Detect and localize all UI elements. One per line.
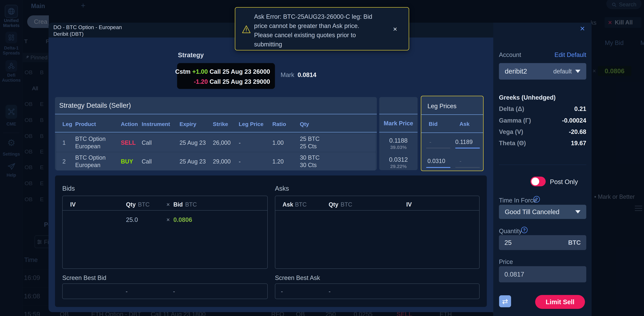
divider bbox=[421, 132, 483, 133]
rfq-order-modal: DO - BTC Option - European Deribit (DBT)… bbox=[48, 23, 493, 312]
asks-qty-ccy: BTC bbox=[340, 201, 352, 208]
screen-best-ask-qty: - bbox=[329, 288, 330, 295]
modal-title: DO - BTC Option - European bbox=[53, 24, 122, 30]
divider bbox=[55, 132, 377, 132]
bids-qty-header: Qty bbox=[126, 201, 136, 208]
chevron-down-icon bbox=[575, 210, 580, 214]
divider bbox=[421, 114, 483, 115]
strategy-label: Strategy bbox=[178, 52, 204, 59]
order-ticket-panel: × Account Edit Default deribit2 default … bbox=[493, 23, 592, 316]
mark-price-header: Mark Price bbox=[379, 120, 418, 127]
multiply-icon: × bbox=[166, 201, 170, 208]
post-only-toggle[interactable] bbox=[530, 176, 546, 186]
bids-iv-header: IV bbox=[70, 201, 76, 208]
greek-label: Delta (Δ) bbox=[499, 106, 524, 112]
quantity-input[interactable]: 25 BTC bbox=[499, 235, 586, 250]
greek-label: Theta (Θ) bbox=[499, 140, 526, 147]
greek-label: Gamma (Γ) bbox=[499, 117, 531, 124]
action-sell: SELL bbox=[121, 140, 136, 146]
toggle-knob bbox=[532, 178, 539, 185]
toast-close-icon[interactable]: × bbox=[393, 25, 397, 33]
asks-ask-ccy: BTC bbox=[295, 201, 307, 208]
help-icon[interactable]: ? bbox=[521, 227, 528, 233]
bids-bid-header: Bid bbox=[173, 201, 183, 208]
modal-close-icon[interactable]: × bbox=[580, 24, 585, 33]
account-profile: default bbox=[553, 68, 572, 75]
asks-qty-header: Qty bbox=[329, 201, 338, 208]
multiply-icon: × bbox=[166, 216, 170, 223]
divider bbox=[55, 114, 377, 114]
bids-qty-ccy: BTC bbox=[138, 201, 150, 208]
leg1-ratio: +1.00 bbox=[192, 68, 208, 75]
quantity-label: Quantity bbox=[499, 228, 522, 235]
col-action: Action bbox=[121, 121, 138, 127]
leg-row-1: 1 BTC Option European SELL Call 25 Aug 2… bbox=[56, 134, 376, 152]
divider bbox=[499, 165, 586, 165]
col-ratio: Ratio bbox=[272, 121, 286, 127]
screen-best-ask-price: - bbox=[281, 288, 283, 295]
strategy-leg-1: Cstm +1.00 Call 25 Aug 23 26000 bbox=[175, 68, 270, 75]
edit-default-link[interactable]: Edit Default bbox=[554, 52, 586, 58]
bids-label: Bids bbox=[62, 185, 75, 192]
leg2-ratio: -1.20 bbox=[194, 78, 208, 85]
leg-prices-box: Leg Prices Bid Ask - 0.1189 0.0310 - bbox=[421, 96, 484, 171]
divider bbox=[275, 210, 479, 210]
col-strike: Strike bbox=[213, 121, 228, 127]
strategy-chip: Cstm +1.00 Call 25 Aug 23 26000 -1.20 Ca… bbox=[177, 63, 275, 89]
action-buy: BUY bbox=[121, 158, 133, 165]
leg2-bid-underline bbox=[426, 167, 450, 168]
screen-best-bid-box: - - bbox=[62, 284, 268, 299]
mark-iv-1: 39.03% bbox=[379, 144, 418, 150]
post-only-label: Post Only bbox=[550, 178, 578, 186]
mark-price-2: 0.0312 bbox=[379, 156, 418, 163]
tif-value: Good Till Canceled bbox=[505, 208, 560, 216]
modal-subtitle: Deribit (DBT) bbox=[53, 31, 84, 37]
details-heading: Strategy Details (Seller) bbox=[59, 102, 131, 109]
leg1-bid-underline bbox=[426, 148, 450, 148]
col-instrument: Instrument bbox=[142, 121, 170, 127]
strategy-leg-2: -1.20 Call 25 Aug 23 29000 bbox=[194, 78, 270, 85]
toast-message: Ask Error: BTC-25AUG23-26000-C leg: Bid … bbox=[254, 12, 393, 49]
account-name: deribit2 bbox=[505, 68, 527, 75]
leg2-bid-input[interactable]: 0.0310 bbox=[428, 158, 445, 164]
swap-direction-button[interactable]: ⇄ bbox=[499, 295, 511, 307]
account-select[interactable]: deribit2 default bbox=[499, 63, 586, 80]
leg2-ask-input[interactable]: - bbox=[460, 158, 462, 164]
greek-value: 19.67 bbox=[571, 140, 586, 147]
warning-icon bbox=[242, 25, 251, 34]
strategy-details-card: Strategy Details (Seller) Leg Product Ac… bbox=[55, 97, 377, 170]
help-icon[interactable]: ? bbox=[534, 196, 540, 202]
asks-ask-header: Ask bbox=[282, 201, 293, 208]
leg1-bid-input[interactable]: - bbox=[430, 138, 431, 146]
price-value: 0.0817 bbox=[504, 271, 524, 278]
asks-iv-header: IV bbox=[406, 201, 412, 208]
bids-panel: IV Qty BTC × Bid BTC 25.0 × 0.0806 bbox=[62, 196, 268, 269]
mark-value: 0.0814 bbox=[298, 72, 316, 78]
price-input[interactable]: 0.0817 bbox=[499, 266, 586, 282]
greeks-heading: Greeks (Unhedged) bbox=[499, 94, 556, 101]
error-toast: Ask Error: BTC-25AUG23-26000-C leg: Bid … bbox=[235, 7, 409, 50]
col-leg: Leg bbox=[62, 121, 72, 127]
bids-bid-ccy: BTC bbox=[185, 201, 197, 208]
greek-label: Vega (V) bbox=[499, 128, 523, 135]
limit-sell-button[interactable]: Limit Sell bbox=[535, 295, 585, 309]
bid-row-price[interactable]: 0.0806 bbox=[173, 216, 192, 223]
mark-iv-2: 29.22% bbox=[379, 164, 418, 169]
account-label: Account bbox=[499, 52, 521, 58]
orderbook-section: Bids IV Qty BTC × Bid BTC 25.0 × 0.0806 … bbox=[55, 176, 487, 307]
leg-row-2: 2 BTC Option European BUY Call 25 Aug 23… bbox=[56, 152, 376, 170]
asks-label: Asks bbox=[275, 185, 289, 192]
leg1-ask-underline bbox=[455, 148, 480, 148]
greek-value: -20.68 bbox=[569, 128, 586, 135]
tif-label: Time In Force bbox=[499, 197, 536, 204]
screen-best-bid-price: - bbox=[126, 288, 128, 295]
bid-row-qty: 25.0 bbox=[126, 216, 138, 223]
leg1-ask-input[interactable]: 0.1189 bbox=[455, 138, 472, 146]
leg2-ask-underline bbox=[455, 167, 480, 168]
col-qty: Qty bbox=[300, 121, 309, 127]
divider bbox=[62, 210, 267, 210]
screen-best-ask-label: Screen Best Ask bbox=[275, 274, 320, 282]
app-root: Unified Markets Delta-1 Spreads Defi Auc… bbox=[0, 0, 644, 316]
screen-best-bid-label: Screen Best Bid bbox=[62, 274, 106, 282]
tif-select[interactable]: Good Till Canceled bbox=[499, 205, 586, 219]
